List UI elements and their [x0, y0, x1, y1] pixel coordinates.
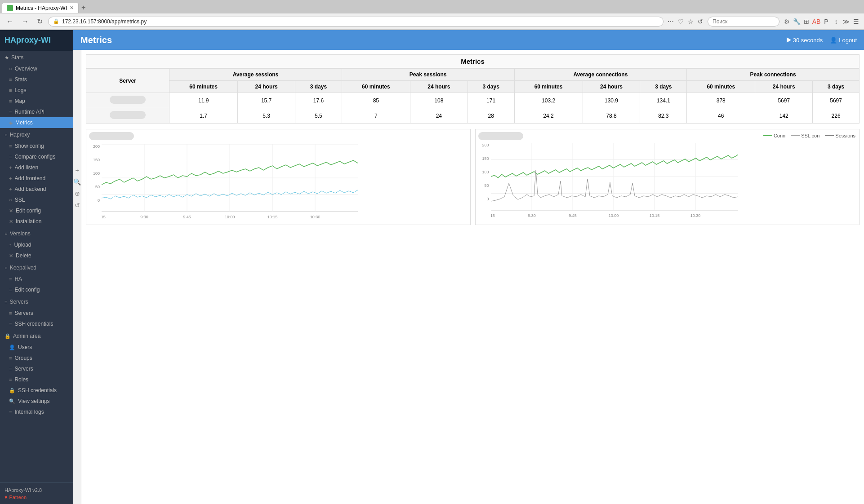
sidebar-item-overview[interactable]: ○ Overview	[0, 63, 73, 74]
forward-button[interactable]: →	[19, 17, 31, 27]
tools-icon[interactable]: 🔧	[792, 17, 801, 26]
section-keepalived-header[interactable]: ○ Keepalived	[0, 262, 73, 274]
peak-sess-60min: 60 minutes	[342, 81, 410, 93]
section-servers-header[interactable]: ≡ Servers	[0, 296, 73, 308]
avg-sess-24-2: 5.3	[238, 108, 295, 124]
sidebar-item-upload[interactable]: ↑ Upload	[0, 239, 73, 250]
refresh-label: 30 seconds	[793, 37, 823, 44]
sidebar-item-users[interactable]: 👤 Users	[0, 342, 73, 353]
sidebar-item-show-config[interactable]: ≡ Show config	[0, 141, 73, 151]
sidebar-patreon[interactable]: ♥ Patreon	[4, 495, 69, 500]
sidebar-item-admin-servers[interactable]: ≡ Servers	[0, 363, 73, 374]
peak-sess-3d-2: 28	[468, 108, 514, 124]
section-versions-header[interactable]: ○ Versions	[0, 228, 73, 239]
peak-conn-3d: 3 days	[813, 81, 860, 93]
right-toolbar-icons: ⚙ 🔧 ⊞ AB P ↕ ≫ ☰	[782, 17, 860, 26]
sidebar-item-stats[interactable]: ≡ Stats	[0, 74, 73, 85]
sidebar-item-add-backend[interactable]: + Add backend	[0, 184, 73, 195]
reset-icon[interactable]: ↺	[75, 202, 80, 209]
refresh-interval-button[interactable]: 30 seconds	[787, 37, 823, 44]
bookmark-icon[interactable]: ♡	[676, 17, 685, 26]
back-button[interactable]: ←	[4, 17, 16, 27]
sidebar-item-installation[interactable]: ✕ Installation	[0, 216, 73, 227]
sidebar: HAproxy-WI ★ Stats ○ Overview ≡ Stats ≡ …	[0, 30, 73, 504]
section-stats-header[interactable]: ★ Stats	[0, 52, 73, 63]
address-bar[interactable]: 🔒 172.23.16.157:8000/app/metrics.py	[48, 17, 664, 27]
content-area: + 🔍 ⊕ ↺ Metrics Server Average sessions …	[73, 50, 864, 504]
peak-sess-60-2: 7	[342, 108, 410, 124]
groups-icon: ≡	[9, 355, 12, 361]
sidebar-item-map[interactable]: ≡ Map	[0, 96, 73, 106]
svg-text:10:00: 10:00	[225, 215, 235, 219]
reload-icon[interactable]: ↺	[696, 17, 705, 26]
zoom-in-icon[interactable]: +	[75, 167, 79, 174]
legend-conn: Conn	[763, 133, 785, 138]
peak-sess-3d: 3 days	[468, 81, 514, 93]
admin-ssh-icon: 🔒	[9, 388, 15, 393]
avg-conn-24h: 24 hours	[583, 81, 640, 93]
legend-ssl: SSL con	[791, 133, 819, 138]
sidebar-item-admin-ssh[interactable]: 🔒 SSH credentials	[0, 385, 73, 396]
chart1-svg-area: 9:15 9:30 9:45 10:00 10:15 10:30	[102, 144, 358, 222]
sidebar-item-roles[interactable]: ≡ Roles	[0, 374, 73, 385]
svg-text:10:15: 10:15	[649, 213, 659, 218]
sidebar-logo: HAproxy-WI	[0, 30, 73, 51]
heart-icon: ♥	[4, 495, 8, 500]
avg-sess-3d-1: 17.6	[295, 93, 342, 108]
sidebar-item-view-settings[interactable]: 🔍 View settings	[0, 396, 73, 407]
adblock-icon[interactable]: AB	[812, 17, 821, 26]
internal-logs-icon: ≡	[9, 409, 12, 415]
tab-close-button[interactable]: ✕	[70, 5, 74, 11]
extensions-icon[interactable]: ⊞	[802, 17, 811, 26]
more-icon[interactable]: ≫	[842, 17, 851, 26]
hamburger-icon[interactable]: ☰	[851, 17, 860, 26]
keepalived-edit-icon: ≡	[9, 287, 12, 292]
sidebar-item-add-listen[interactable]: + Add listen	[0, 162, 73, 173]
refresh-button[interactable]: ↻	[34, 16, 45, 27]
search-input[interactable]	[708, 17, 779, 27]
logout-button[interactable]: 👤 Logout	[830, 37, 857, 44]
sidebar-item-add-frontend[interactable]: + Add frontend	[0, 173, 73, 184]
sidebar-item-compare-configs[interactable]: ≡ Compare configs	[0, 151, 73, 162]
search-chart-icon[interactable]: 🔍	[73, 178, 81, 186]
legend-sessions-label: Sessions	[835, 133, 855, 138]
sidebar-item-servers[interactable]: ≡ Servers	[0, 308, 73, 318]
sidebar-item-keepalived-edit-config[interactable]: ≡ Edit config	[0, 284, 73, 295]
cursor-icon[interactable]: ⊕	[75, 190, 80, 197]
admin-section-icon: 🔒	[4, 333, 11, 339]
sidebar-item-metrics[interactable]: ◈ Metrics	[0, 117, 73, 128]
servers-section-icon: ≡	[4, 299, 7, 305]
avg-conn-3d: 3 days	[640, 81, 687, 93]
section-haproxy-header[interactable]: ○ Haproxy	[0, 129, 73, 141]
section-keepalived-label: Keepalived	[10, 265, 36, 271]
avg-conn-60-2: 24.2	[514, 108, 583, 124]
sidebar-item-ssh-creds[interactable]: ≡ SSH credentials	[0, 318, 73, 329]
new-tab-button[interactable]: +	[79, 4, 88, 12]
play-icon	[787, 37, 791, 43]
sidebar-item-ha[interactable]: ≡ HA	[0, 274, 73, 284]
show-config-icon: ≡	[9, 143, 12, 149]
sidebar-item-edit-config[interactable]: ✕ Edit config	[0, 205, 73, 216]
sidebar-item-delete[interactable]: ✕ Delete	[0, 250, 73, 261]
avg-sess-60-1: 11.9	[169, 93, 238, 108]
sidebar-item-groups[interactable]: ≡ Groups	[0, 353, 73, 363]
main-content: Metrics Server Average sessions Peak ses…	[81, 50, 864, 504]
server-cell-2	[86, 108, 169, 124]
sync-icon[interactable]: ↕	[832, 17, 841, 26]
settings-icon[interactable]: ⚙	[782, 17, 791, 26]
star-icon[interactable]: ☆	[686, 17, 695, 26]
sidebar-item-internal-logs[interactable]: ≡ Internal logs	[0, 407, 73, 417]
section-servers: ≡ Servers ≡ Servers ≡ SSH credentials	[0, 296, 73, 329]
ha-icon: ≡	[9, 276, 12, 282]
sidebar-item-ssl[interactable]: ○ SSL	[0, 195, 73, 205]
topnav-right: 30 seconds 👤 Logout	[787, 37, 857, 44]
map-icon: ≡	[9, 98, 12, 104]
sidebar-item-runtime-api[interactable]: ≡ Runtime API	[0, 106, 73, 117]
browser-tab[interactable]: Metrics - HAproxy-WI ✕	[2, 3, 79, 13]
sidebar-item-logs[interactable]: ≡ Logs	[0, 85, 73, 96]
menu-icon[interactable]: ⋯	[666, 17, 675, 26]
pocket-icon[interactable]: P	[822, 17, 831, 26]
section-admin-header[interactable]: 🔒 Admin area	[0, 330, 73, 342]
peak-conn-60min: 60 minutes	[687, 81, 755, 93]
topnav-title: Metrics	[80, 35, 787, 45]
